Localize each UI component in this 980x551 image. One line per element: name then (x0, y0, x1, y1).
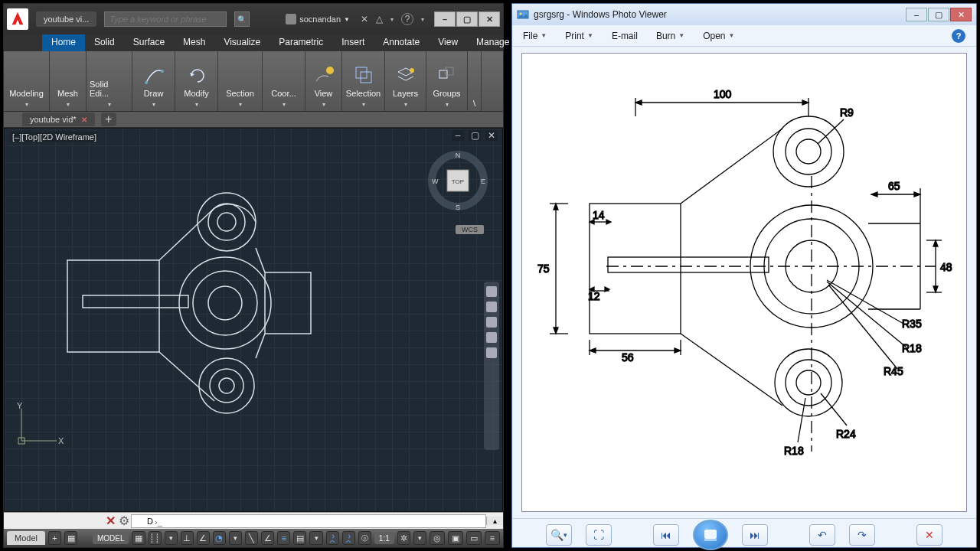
human2-icon[interactable] (342, 531, 355, 545)
menu-burn[interactable]: Burn▼ (656, 31, 684, 41)
cleanscreen-icon[interactable]: ▭ (466, 531, 482, 545)
tab-home[interactable]: Home (42, 34, 85, 51)
tab-visualize[interactable]: Visualize (214, 34, 270, 51)
ucs-icon: Y X (12, 403, 66, 458)
svg-rect-4 (361, 72, 371, 83)
slideshow-button[interactable] (693, 520, 728, 550)
tab-parametric[interactable]: Parametric (270, 34, 332, 51)
panel-solid-editing[interactable]: Solid Edi...▾ (87, 51, 132, 111)
svg-point-17 (208, 204, 245, 240)
tab-view[interactable]: View (429, 34, 467, 51)
rotate-cw-button[interactable]: ↷ (849, 524, 875, 546)
svg-rect-25 (265, 272, 311, 334)
a360-icon[interactable]: △ (376, 14, 383, 24)
quickaccess-filename[interactable]: youtube vi... (36, 11, 96, 27)
modelspace-label[interactable]: MODEL (93, 533, 129, 544)
human1-icon[interactable] (326, 531, 339, 545)
tab-surface[interactable]: Surface (124, 34, 174, 51)
search-button[interactable]: 🔍 (234, 11, 250, 27)
tab-mesh[interactable]: Mesh (174, 34, 214, 51)
customize-icon[interactable]: ≡ (485, 531, 500, 545)
ribbon: Modeling▾ Mesh▾ Solid Edi...▾ Draw▾ Modi… (4, 51, 503, 111)
gear-icon[interactable]: ✲ (397, 531, 410, 545)
ortho-icon[interactable]: ⊥ (181, 531, 194, 545)
panel-draw[interactable]: Draw▾ (132, 51, 175, 111)
image-canvas[interactable]: 100 14 12 75 56 (521, 53, 967, 512)
groups-icon (435, 63, 459, 87)
pv-close-button[interactable]: ✕ (950, 8, 972, 21)
ribbon-overflow[interactable]: \ (468, 51, 482, 111)
svg-text:12: 12 (588, 290, 600, 302)
panel-coordinates[interactable]: Coor...▾ (263, 51, 305, 111)
panel-view[interactable]: View▾ (305, 51, 342, 111)
panel-section[interactable]: Section▾ (218, 51, 263, 111)
actual-size-button[interactable]: ⛶ (586, 524, 612, 546)
snap-icon[interactable]: ┊┊ (149, 531, 162, 545)
panel-modify[interactable]: Modify▾ (175, 51, 218, 111)
technical-drawing: 100 14 12 75 56 (522, 54, 967, 511)
autocad-logo-icon[interactable] (7, 8, 28, 30)
grid-icon[interactable]: ▦ (132, 531, 145, 545)
rotate-ccw-button[interactable]: ↶ (809, 524, 835, 546)
panel-layers[interactable]: Layers▾ (385, 51, 426, 111)
tab-annotate[interactable]: Annotate (374, 34, 429, 51)
polar-icon[interactable]: ∠ (197, 531, 210, 545)
model-tab[interactable]: Model (7, 531, 45, 545)
pv-help-icon[interactable]: ? (952, 29, 965, 43)
drawing-wireframe (5, 129, 505, 513)
close-button[interactable]: ✕ (479, 11, 500, 27)
svg-point-0 (145, 81, 148, 84)
zoom-button[interactable]: 🔍 ▾ (546, 524, 572, 546)
svg-text:56: 56 (622, 351, 634, 364)
svg-point-59 (786, 129, 831, 174)
model-viewport[interactable]: [–][Top][2D Wireframe] – ▢ ✕ N S W E TOP… (4, 128, 503, 512)
pv-maximize-button[interactable]: ▢ (928, 8, 949, 21)
menu-email[interactable]: E-mail (612, 31, 638, 41)
panel-modeling[interactable]: Modeling▾ (4, 51, 50, 111)
command-close-icon[interactable]: ✕ (103, 514, 117, 528)
panel-mesh[interactable]: Mesh▾ (50, 51, 87, 111)
transparency-icon[interactable]: ▤ (293, 531, 306, 545)
svg-text:Y: Y (17, 403, 23, 410)
photoviewer-titlebar: gsrgsrg - Windows Photo Viewer – ▢ ✕ (512, 4, 976, 25)
file-tab[interactable]: youtube vid* ✕ (22, 112, 95, 126)
panel-groups[interactable]: Groups▾ (426, 51, 468, 111)
annoscale-icon[interactable]: ⦾ (358, 531, 371, 545)
svg-rect-38 (608, 257, 769, 272)
command-history-icon[interactable]: ▴ (486, 517, 503, 525)
help-icon[interactable]: ? (401, 13, 413, 25)
next-button[interactable]: ⏭ (742, 524, 768, 546)
maximize-button[interactable]: ▢ (456, 11, 478, 27)
exchange-icon[interactable]: ✕ (361, 14, 368, 24)
signin-user[interactable]: socnandan ▼ (286, 14, 350, 24)
layout-plus-icon[interactable]: + (48, 531, 61, 545)
menu-print[interactable]: Print▼ (565, 31, 593, 41)
panel-selection[interactable]: Selection▾ (342, 51, 385, 111)
command-input[interactable] (131, 514, 486, 528)
svg-point-18 (217, 213, 236, 231)
pv-minimize-button[interactable]: – (906, 8, 927, 21)
photoviewer-menu: File▼ Print▼ E-mail Burn▼ Open▼ ? (512, 25, 976, 47)
previous-button[interactable]: ⏮ (653, 524, 679, 546)
menu-file[interactable]: File▼ (523, 31, 547, 41)
command-config-icon[interactable]: ⚙ (117, 514, 131, 528)
svg-text:75: 75 (537, 262, 550, 275)
quickview-icon[interactable]: ▦ (64, 531, 77, 545)
osnap-icon[interactable]: ╲ (245, 531, 258, 545)
hardware-icon[interactable]: ▣ (448, 531, 463, 545)
search-input[interactable] (104, 11, 227, 27)
tab-insert[interactable]: Insert (332, 34, 374, 51)
svg-point-1 (161, 70, 164, 73)
scale-value[interactable]: 1:1 (374, 533, 394, 544)
minimize-button[interactable]: – (434, 11, 456, 27)
tab-solid[interactable]: Solid (85, 34, 124, 51)
svg-line-82 (827, 282, 906, 347)
new-tab-button[interactable]: + (101, 112, 116, 126)
isolate-icon[interactable]: ◎ (430, 531, 445, 545)
lineweight-icon[interactable]: ≡ (277, 531, 290, 545)
menu-open[interactable]: Open▼ (703, 31, 734, 41)
isodraft-icon[interactable]: ◔ (213, 531, 226, 545)
delete-button[interactable]: ✕ (916, 524, 942, 546)
close-tab-icon[interactable]: ✕ (81, 116, 87, 124)
autosnap-icon[interactable]: ∠ (261, 531, 274, 545)
